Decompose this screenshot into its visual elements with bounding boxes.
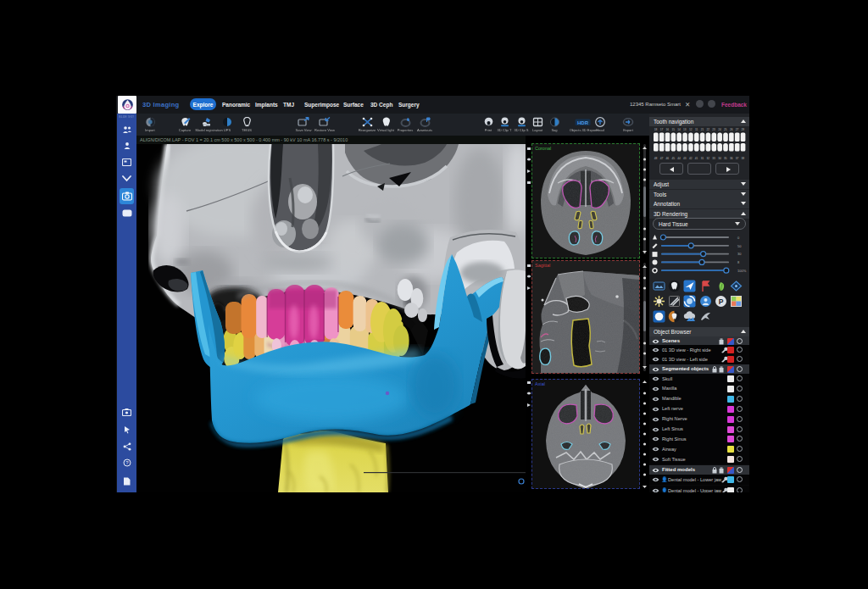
svg-text:22: 22	[706, 128, 709, 131]
svg-text:36: 36	[730, 157, 733, 160]
svg-text:46: 46	[666, 157, 670, 160]
svg-text:0: 0	[737, 236, 740, 240]
svg-text:18: 18	[654, 128, 658, 131]
svg-text:35: 35	[724, 157, 727, 160]
svg-text:26: 26	[730, 128, 733, 131]
svg-text:25: 25	[724, 128, 727, 131]
svg-text:8: 8	[737, 260, 740, 264]
svg-text:43: 43	[683, 157, 687, 160]
svg-text:44: 44	[677, 157, 681, 160]
svg-text:48: 48	[654, 157, 658, 160]
svg-text:24: 24	[718, 128, 721, 131]
svg-text:50: 50	[737, 244, 742, 248]
svg-text:11: 11	[695, 128, 698, 131]
svg-text:14: 14	[677, 128, 681, 131]
svg-text:34: 34	[718, 157, 721, 160]
svg-text:16: 16	[666, 128, 670, 131]
svg-text:30: 30	[737, 252, 742, 256]
svg-text:47: 47	[660, 157, 664, 160]
svg-text:21: 21	[701, 128, 704, 131]
svg-text:32: 32	[706, 157, 709, 160]
svg-text:33: 33	[712, 157, 715, 160]
svg-text:41: 41	[695, 157, 698, 160]
svg-text:31: 31	[701, 157, 704, 160]
svg-text:27: 27	[736, 128, 739, 131]
svg-text:P: P	[719, 297, 724, 306]
svg-text:15: 15	[671, 128, 675, 131]
svg-text:23: 23	[712, 128, 715, 131]
svg-text:38: 38	[742, 157, 745, 160]
svg-text:?: ?	[125, 460, 129, 465]
svg-text:13: 13	[683, 128, 687, 131]
svg-text:100%: 100%	[737, 269, 747, 273]
svg-text:45: 45	[671, 157, 675, 160]
svg-text:37: 37	[736, 157, 739, 160]
svg-text:17: 17	[660, 128, 664, 131]
svg-text:42: 42	[689, 157, 693, 160]
svg-text:12: 12	[689, 128, 693, 131]
svg-text:28: 28	[742, 128, 745, 131]
